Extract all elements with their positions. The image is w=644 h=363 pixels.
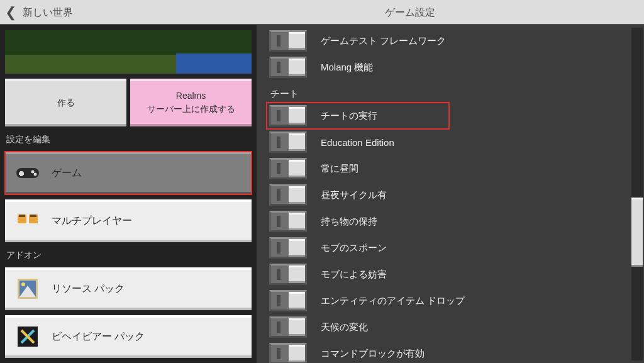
scrollbar-thumb[interactable] <box>631 198 643 267</box>
svg-rect-8 <box>30 215 36 217</box>
svg-point-12 <box>21 282 25 286</box>
nav-resource-pack[interactable]: リソース パック <box>5 267 252 310</box>
toggle-label: Molang 機能 <box>321 62 373 74</box>
nav-behavior-label: ビヘイビアー パック <box>52 330 145 343</box>
chevron-left-icon: ❮ <box>5 6 16 20</box>
swords-icon <box>15 324 40 349</box>
toggle-switch[interactable] <box>269 30 307 52</box>
toggle-row: ゲームテスト フレームワーク <box>267 28 644 54</box>
toggle-label: 常に昼間 <box>321 163 358 175</box>
nav-behavior-pack[interactable]: ビヘイビアー パック <box>5 315 252 358</box>
toggle-label: ゲームテスト フレームワーク <box>321 35 446 47</box>
toggle-row: 天候の変化 <box>267 314 644 340</box>
toggle-row: チートの実行 <box>267 103 449 129</box>
toggle-switch[interactable] <box>269 158 307 179</box>
svg-point-3 <box>31 170 35 174</box>
toggle-row: Education Edition <box>267 129 644 155</box>
nav-resource-label: リソース パック <box>52 282 125 296</box>
left-panel: 作る Realms サーバー上に作成する 設定を編集 ゲーム マルチプレイヤー <box>0 25 257 363</box>
toggle-switch[interactable] <box>269 237 307 259</box>
toggle-label: Education Edition <box>321 137 394 148</box>
page-title: ゲーム設定 <box>209 0 435 25</box>
toggle-row: 持ち物の保持 <box>267 208 644 235</box>
gamepad-icon <box>15 160 40 186</box>
toggle-row: Molang 機能 <box>267 54 644 81</box>
toggle-label: 昼夜サイクル有 <box>321 189 387 201</box>
toggle-switch[interactable] <box>269 105 307 126</box>
toggle-switch[interactable] <box>269 343 307 363</box>
nav-game[interactable]: ゲーム <box>5 152 252 194</box>
painting-icon <box>15 276 40 301</box>
players-icon <box>15 208 40 233</box>
toggle-label: チートの実行 <box>321 110 377 122</box>
toggle-switch[interactable] <box>269 211 307 232</box>
nav-multiplayer-label: マルチプレイヤー <box>52 215 132 228</box>
toggle-switch[interactable] <box>269 131 307 153</box>
header: ❮ 新しい世界 ゲーム設定 <box>0 0 644 25</box>
nav-game-label: ゲーム <box>52 167 82 180</box>
toggle-row: 常に昼間 <box>267 155 644 182</box>
toggle-switch[interactable] <box>269 57 307 78</box>
svg-point-4 <box>34 173 37 176</box>
toggle-label: 持ち物の保持 <box>321 216 377 228</box>
toggle-label: エンティティのアイテム ドロップ <box>321 295 465 307</box>
scrollbar-track <box>631 28 643 360</box>
nav-multiplayer[interactable]: マルチプレイヤー <box>5 199 252 242</box>
toggle-row: エンティティのアイテム ドロップ <box>267 288 644 314</box>
back-button[interactable]: ❮ 新しい世界 <box>0 0 80 25</box>
toggle-row: モブによる妨害 <box>267 261 644 288</box>
section-addons-label: アドオン <box>5 247 252 262</box>
toggle-label: モブによる妨害 <box>321 269 387 281</box>
right-panel: ゲームテスト フレームワークMolang 機能チートチートの実行Educatio… <box>257 25 644 363</box>
toggle-label: モブのスポーン <box>321 242 387 254</box>
toggle-switch[interactable] <box>269 316 307 338</box>
create-button[interactable]: 作る <box>5 79 126 126</box>
section-settings-label: 設定を編集 <box>5 131 252 147</box>
group-cheats-label: チート <box>270 88 644 100</box>
toggle-switch[interactable] <box>269 290 307 311</box>
realms-create-button[interactable]: Realms サーバー上に作成する <box>130 79 252 126</box>
svg-rect-2 <box>19 172 24 175</box>
toggle-switch[interactable] <box>269 184 307 206</box>
toggle-switch[interactable] <box>269 264 307 285</box>
toggle-label: コマンドブロックが有効 <box>321 348 425 360</box>
scrollbar[interactable] <box>631 28 643 360</box>
toggle-label: 天候の変化 <box>321 321 368 333</box>
svg-rect-7 <box>19 215 25 217</box>
back-label: 新しい世界 <box>23 6 73 20</box>
toggle-row: コマンドブロックが有効 <box>267 340 644 363</box>
toggle-row: モブのスポーン <box>267 235 644 261</box>
world-preview-image <box>5 30 252 74</box>
toggle-row: 昼夜サイクル有 <box>267 182 644 208</box>
